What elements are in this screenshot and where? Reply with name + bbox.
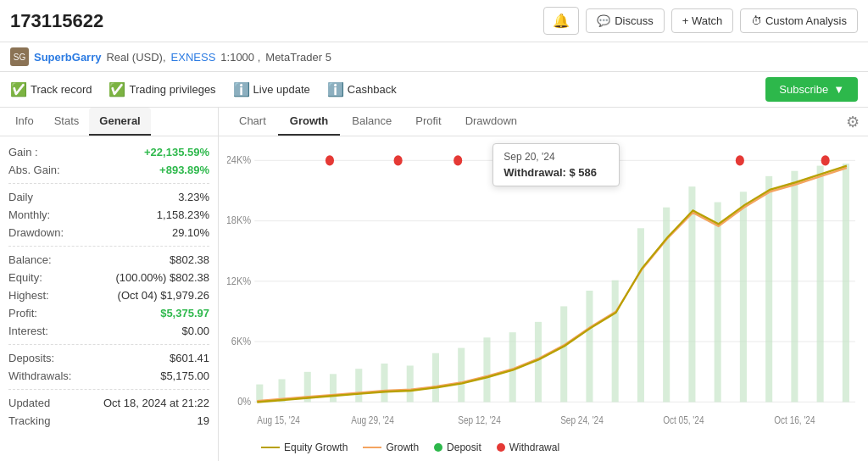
deposits-value: $601.41: [170, 352, 209, 364]
chart-tab-drawdown[interactable]: Drawdown: [453, 108, 529, 136]
account-name[interactable]: SuperbGarry: [34, 51, 101, 64]
tooltip-value: Withdrawal: $ 586: [504, 166, 609, 179]
stat-deposits: Deposits: $601.41: [8, 349, 209, 367]
svg-rect-22: [560, 306, 567, 402]
stat-monthly: Monthly: 1,158.23%: [8, 206, 209, 224]
subscribe-button[interactable]: Subscribe ▼: [765, 77, 858, 102]
tracking-value: 19: [198, 414, 209, 427]
svg-point-34: [326, 155, 334, 165]
status-items: ✅ Track record ✅ Trading privileges ℹ️ L…: [10, 81, 397, 97]
svg-rect-25: [637, 228, 644, 402]
cashback-status: ℹ️ Cashback: [327, 81, 397, 97]
svg-rect-21: [535, 322, 542, 403]
tracking-label: Tracking: [8, 414, 50, 427]
interest-label: Interest:: [8, 325, 48, 337]
chart-tab-profit[interactable]: Profit: [403, 108, 453, 136]
daily-label: Daily: [8, 191, 33, 203]
stat-updated: Updated Oct 18, 2024 at 21:22: [8, 394, 209, 412]
drawdown-label: Drawdown:: [8, 226, 64, 239]
live-update-label: Live update: [253, 83, 310, 96]
stat-abs-gain: Abs. Gain: +893.89%: [8, 161, 209, 179]
stat-withdrawals: Withdrawals: $5,175.00: [8, 367, 209, 385]
withdrawals-label: Withdrawals:: [8, 369, 71, 382]
equity-growth-label: Equity Growth: [284, 442, 348, 453]
svg-rect-19: [483, 337, 490, 402]
watch-button[interactable]: + Watch: [671, 8, 734, 33]
svg-point-36: [453, 155, 462, 165]
updated-label: Updated: [8, 397, 50, 409]
chart-tab-chart[interactable]: Chart: [227, 108, 278, 136]
deposit-label: Deposit: [447, 442, 481, 453]
tab-stats[interactable]: Stats: [44, 108, 90, 136]
highest-value: (Oct 04) $1,979.26: [118, 289, 209, 302]
svg-text:24K%: 24K%: [227, 153, 251, 166]
live-update-icon: ℹ️: [233, 81, 250, 97]
svg-rect-23: [586, 291, 593, 402]
balance-label: Balance:: [8, 253, 52, 266]
stat-highest: Highest: (Oct 04) $1,979.26: [8, 286, 209, 304]
tab-info[interactable]: Info: [5, 108, 44, 136]
stat-tracking: Tracking 19: [8, 412, 209, 430]
legend-deposit: Deposit: [434, 442, 481, 453]
discuss-icon: 💬: [597, 14, 610, 27]
broker-link[interactable]: EXNESS: [171, 51, 216, 64]
monthly-value: 1,158.23%: [157, 208, 209, 221]
left-tab-row: Info Stats General: [0, 108, 218, 136]
settings-icon[interactable]: ⚙: [846, 113, 860, 131]
tooltip-date: Sep 20, '24: [504, 151, 609, 163]
discuss-button[interactable]: 💬 Discuss: [586, 8, 665, 33]
account-info: SG SuperbGarry Real (USD), EXNESS 1:1000…: [0, 42, 868, 72]
left-panel: Info Stats General Gain : +22,135.59% Ab…: [0, 108, 219, 461]
equity-value: (100.00%) $802.38: [115, 271, 209, 284]
svg-point-39: [821, 155, 830, 165]
svg-point-38: [736, 155, 744, 165]
balance-value: $802.38: [170, 253, 209, 266]
account-leverage: 1:1000 ,: [220, 51, 260, 64]
chart-legend: Equity Growth Growth Deposit Withdrawal: [227, 436, 860, 457]
account-id: 173115622: [10, 10, 103, 32]
main-content: Info Stats General Gain : +22,135.59% Ab…: [0, 108, 868, 461]
chart-area: Sep 20, '24 Withdrawal: $ 586 24K% 18K% …: [219, 136, 868, 461]
svg-text:Sep 24, '24: Sep 24, '24: [560, 414, 604, 425]
svg-rect-17: [432, 353, 439, 403]
svg-rect-24: [612, 280, 619, 403]
svg-text:Oct 05, '24: Oct 05, '24: [663, 414, 704, 425]
svg-text:0%: 0%: [237, 395, 251, 408]
svg-text:Oct 16, '24: Oct 16, '24: [774, 414, 815, 425]
stat-profit: Profit: $5,375.97: [8, 304, 209, 322]
tab-general[interactable]: General: [89, 108, 150, 136]
custom-analysis-button[interactable]: ⏱ Custom Analysis: [740, 8, 858, 33]
svg-rect-10: [256, 385, 263, 403]
deposit-dot: [434, 443, 442, 452]
trading-privileges-label: Trading privileges: [129, 83, 215, 96]
chart-tab-balance[interactable]: Balance: [340, 108, 403, 136]
chart-tooltip: Sep 20, '24 Withdrawal: $ 586: [492, 143, 620, 186]
right-panel: Chart Growth Balance Profit Drawdown ⚙ S…: [219, 108, 868, 461]
highest-label: Highest:: [8, 289, 49, 302]
trading-privileges-icon: ✅: [108, 81, 125, 97]
account-platform: MetaTrader 5: [265, 51, 331, 64]
bell-icon[interactable]: 🔔: [543, 7, 579, 35]
top-bar: 173115622 🔔 💬 Discuss + Watch ⏱ Custom A…: [0, 0, 868, 42]
svg-rect-33: [843, 164, 849, 402]
growth-label: Growth: [386, 442, 419, 453]
svg-rect-28: [715, 203, 721, 403]
cashback-icon: ℹ️: [327, 81, 344, 97]
equity-growth-line: [261, 447, 280, 448]
track-record-icon: ✅: [10, 81, 27, 97]
legend-withdrawal: Withdrawal: [497, 442, 559, 453]
profit-label: Profit:: [8, 307, 37, 319]
status-bar: ✅ Track record ✅ Trading privileges ℹ️ L…: [0, 72, 868, 108]
cashback-label: Cashback: [348, 83, 397, 96]
stat-daily: Daily 3.23%: [8, 188, 209, 206]
stat-balance: Balance: $802.38: [8, 251, 209, 269]
track-record-status: ✅ Track record: [10, 81, 92, 97]
chart-tab-growth[interactable]: Growth: [278, 108, 341, 136]
track-record-label: Track record: [31, 83, 92, 96]
abs-gain-value: +893.89%: [159, 164, 209, 176]
stat-interest: Interest: $0.00: [8, 322, 209, 340]
svg-rect-31: [791, 171, 798, 403]
svg-rect-30: [765, 176, 772, 403]
chart-tab-bar: Chart Growth Balance Profit Drawdown ⚙: [219, 108, 868, 136]
svg-rect-29: [740, 192, 747, 402]
